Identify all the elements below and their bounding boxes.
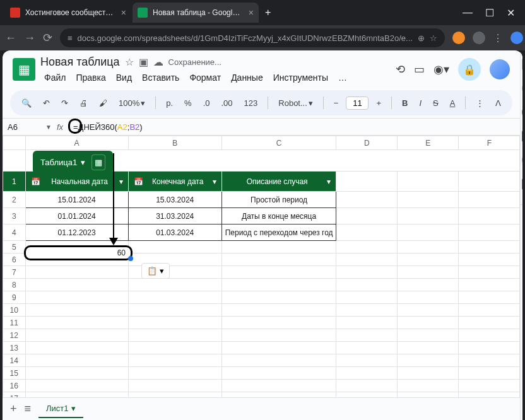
avatar[interactable] — [490, 59, 510, 79]
text-color-button[interactable]: A — [446, 96, 459, 110]
zoom-select[interactable]: 100% ▾ — [115, 96, 149, 110]
collapse-toolbar-icon[interactable]: ᐱ — [492, 96, 505, 110]
keep-icon[interactable] — [522, 82, 522, 95]
font-size-increase[interactable]: + — [372, 96, 385, 110]
bold-button[interactable]: B — [398, 96, 411, 110]
row-header[interactable]: 2 — [3, 192, 26, 208]
print-icon[interactable]: 🖨 — [76, 96, 91, 110]
menu-insert[interactable]: Вставить — [138, 70, 183, 85]
cloud-status-icon[interactable]: ☁ — [153, 56, 163, 68]
comment-icon[interactable]: ▭ — [414, 62, 425, 76]
menu-edit[interactable]: Правка — [72, 70, 109, 85]
paste-options-button[interactable]: 📋 ▾ — [141, 263, 170, 279]
cell[interactable]: Даты в конце месяца — [221, 208, 336, 225]
close-icon[interactable]: × — [249, 8, 254, 18]
tasks-icon[interactable] — [522, 106, 522, 119]
sheets-logo-icon[interactable]: ▦ — [13, 58, 35, 81]
reload-icon[interactable]: ⟳ — [43, 31, 52, 45]
col-header-f[interactable]: F — [459, 136, 520, 150]
maps-icon[interactable] — [522, 154, 522, 166]
more-toolbar-icon[interactable]: ⋮ — [472, 96, 488, 110]
meet-icon[interactable]: ◉▾ — [434, 62, 449, 76]
new-tab-button[interactable]: + — [265, 7, 271, 18]
col-header-a[interactable]: A — [25, 136, 128, 150]
row-header[interactable]: 12 — [3, 329, 26, 342]
row-header[interactable]: 14 — [3, 354, 26, 367]
menu-data[interactable]: Данные — [227, 70, 267, 85]
menu-view[interactable]: Вид — [112, 70, 136, 85]
font-size-input[interactable] — [346, 96, 369, 110]
addon-icon[interactable] — [522, 178, 522, 190]
row-header[interactable]: 10 — [3, 304, 26, 317]
row-header[interactable]: 17 — [3, 392, 26, 398]
percent-button[interactable]: % — [180, 96, 196, 110]
italic-button[interactable]: I — [415, 96, 425, 110]
sheet-tab-1[interactable]: Лист1 ▾ — [38, 400, 83, 418]
col-header-d[interactable]: D — [336, 136, 398, 150]
url-bar[interactable]: ≡ docs.google.com/spreadsheets/d/1GmD4Iz… — [60, 28, 445, 47]
cell[interactable]: 01.03.2024 — [128, 225, 221, 241]
table-header-c[interactable]: Описание случая▾ — [221, 172, 336, 192]
site-info-icon[interactable]: ≡ — [68, 33, 73, 43]
search-menu-icon[interactable]: 🔍 — [18, 96, 35, 110]
row-header[interactable]: 9 — [3, 291, 26, 304]
chevron-down-icon[interactable]: ▾ — [81, 158, 85, 167]
row-header[interactable]: 7 — [3, 266, 26, 279]
row-header[interactable]: 15 — [3, 367, 26, 380]
row-header[interactable]: 16 — [3, 380, 26, 392]
col-header-b[interactable]: B — [128, 136, 221, 150]
name-box-dropdown-icon[interactable]: ▼ — [45, 124, 52, 131]
formula-input[interactable]: =ДНЕЙ360(A2;B2) — [73, 122, 515, 132]
selected-cell-a6[interactable]: 60 — [24, 245, 133, 260]
cell[interactable]: Простой период — [221, 192, 336, 208]
fill-handle[interactable] — [128, 256, 133, 261]
doc-title[interactable]: Новая таблица — [40, 55, 120, 69]
share-button[interactable]: 🔒 — [458, 58, 481, 81]
paint-format-icon[interactable]: 🖌 — [95, 96, 111, 110]
back-icon[interactable]: ← — [5, 32, 16, 45]
bookmark-icon[interactable]: ☆ — [430, 33, 437, 43]
col-header-c[interactable]: C — [221, 136, 336, 150]
contacts-icon[interactable] — [522, 130, 522, 143]
currency-button[interactable]: р. — [162, 96, 177, 110]
move-icon[interactable]: ▣ — [139, 56, 148, 68]
extension-icon[interactable] — [452, 32, 465, 44]
table-name-chip[interactable]: Таблица1 ▾ ▦ — [33, 151, 113, 174]
profile-icon[interactable] — [510, 32, 523, 44]
close-icon[interactable]: × — [121, 8, 126, 18]
extension-icon[interactable] — [473, 32, 485, 44]
increase-decimal-button[interactable]: .00 — [218, 96, 237, 110]
strikethrough-button[interactable]: S — [429, 96, 442, 110]
select-all-cell[interactable] — [3, 136, 26, 150]
menu-icon[interactable]: ⋮ — [493, 32, 503, 44]
row-header[interactable]: 13 — [3, 342, 26, 354]
cell[interactable]: Период с переходом через год — [221, 225, 336, 241]
menu-more[interactable]: … — [334, 70, 351, 85]
cell[interactable]: 15.03.2024 — [128, 192, 221, 208]
calendar-icon[interactable] — [522, 58, 522, 71]
forward-icon[interactable]: → — [24, 32, 35, 45]
row-header[interactable] — [3, 150, 26, 172]
menu-file[interactable]: Файл — [40, 70, 69, 85]
row-header[interactable]: 5 — [3, 241, 26, 254]
close-window-icon[interactable]: ✕ — [507, 7, 515, 19]
decrease-decimal-button[interactable]: .0 — [199, 96, 214, 110]
more-formats-button[interactable]: 123 — [240, 96, 262, 110]
col-header-e[interactable]: E — [398, 136, 459, 150]
chevron-down-icon[interactable]: ▾ — [71, 404, 76, 413]
row-header[interactable]: 11 — [3, 317, 26, 329]
maximize-icon[interactable]: ☐ — [485, 7, 494, 19]
menu-format[interactable]: Формат — [186, 70, 225, 85]
row-header[interactable]: 1 — [3, 172, 26, 192]
table-options-icon[interactable]: ▦ — [91, 155, 105, 170]
font-size-decrease[interactable]: − — [330, 96, 343, 110]
row-header[interactable]: 6 — [3, 254, 26, 266]
star-icon[interactable]: ☆ — [125, 56, 134, 68]
table-header-b[interactable]: 📅Конечная дата▾ — [128, 172, 221, 192]
undo-icon[interactable]: ↶ — [39, 96, 54, 110]
add-sheet-button[interactable]: + — [10, 402, 17, 416]
browser-tab-2[interactable]: Новая таблица - Google Табл × — [133, 3, 259, 23]
row-header[interactable]: 8 — [3, 279, 26, 291]
name-box[interactable]: A6 — [8, 122, 45, 132]
font-select[interactable]: Robot... ▾ — [274, 96, 317, 110]
